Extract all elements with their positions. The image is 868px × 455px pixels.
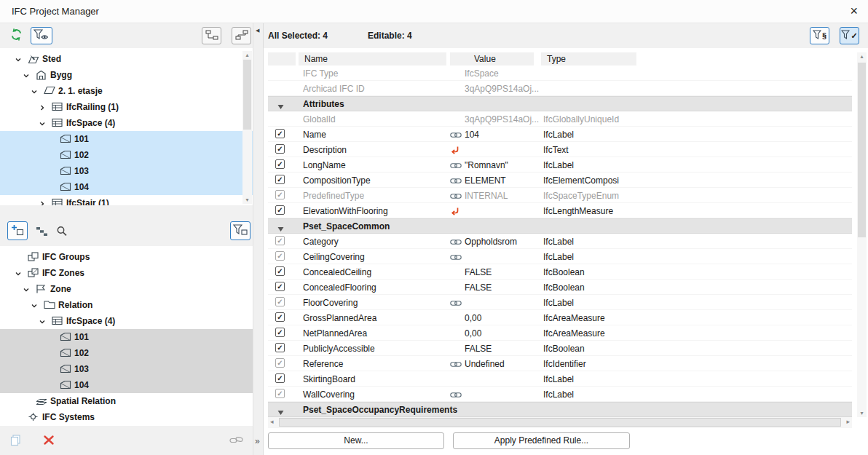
property-checkbox[interactable]: ✓ xyxy=(275,328,285,337)
property-checkbox[interactable]: ✓ xyxy=(275,266,285,276)
filter-checked-button[interactable]: ✓ xyxy=(840,27,859,44)
property-value[interactable]: 0,00 xyxy=(465,313,481,323)
property-checkbox[interactable]: ✓ xyxy=(275,129,285,138)
filter-visibility-button[interactable] xyxy=(31,27,52,44)
table-vertical-scrollbar[interactable]: ▴ ▾ xyxy=(857,52,867,417)
property-row[interactable]: ✓CompositionTypeELEMENTIfcElementComposi xyxy=(268,173,852,188)
tree-item-ifcrailing-1[interactable]: IfcRailing (1) xyxy=(0,99,253,115)
property-row[interactable]: ✓LongName"Romnavn"IfcLabel xyxy=(268,157,852,173)
property-row[interactable]: ✓DescriptionIfcText xyxy=(268,142,852,157)
scroll-down-icon[interactable]: ▾ xyxy=(857,410,867,416)
property-row[interactable]: GlobalId3qApQ9PS14aOj...IfcGloballyUniqu… xyxy=(268,111,852,127)
collapse-triangle-icon[interactable] xyxy=(277,102,284,112)
property-row[interactable]: ✓WallCoveringIfcLabel xyxy=(268,387,852,402)
property-value[interactable]: 104 xyxy=(465,130,479,140)
filter-scheme-button[interactable]: § xyxy=(810,27,829,44)
scroll-left-icon[interactable]: ◂ xyxy=(270,418,274,425)
property-checkbox[interactable]: ✓ xyxy=(275,343,285,352)
tree-item-104[interactable]: 104 xyxy=(0,179,253,195)
column-header-checkbox[interactable] xyxy=(268,52,296,66)
property-checkbox[interactable]: ✓ xyxy=(275,159,285,169)
property-row[interactable]: ✓ConcealedCeilingFALSEIfcBoolean xyxy=(268,264,852,280)
property-row[interactable]: ✓SkirtingBoardIfcLabel xyxy=(268,371,852,387)
property-row[interactable]: ✓ElevationWithFlooringIfcLengthMeasure xyxy=(268,203,852,218)
tree-item-101[interactable]: 101 xyxy=(0,329,253,345)
chevron-down-icon[interactable] xyxy=(23,285,30,293)
property-value[interactable]: INTERNAL xyxy=(465,191,508,201)
tree-by-type-button[interactable] xyxy=(232,27,251,44)
tree-item-spatial-relation[interactable]: Spatial Relation xyxy=(0,393,253,409)
chevron-right-icon[interactable] xyxy=(39,103,46,111)
property-row[interactable]: ✓CeilingCoveringIfcLabel xyxy=(268,249,852,264)
property-checkbox[interactable]: ✓ xyxy=(275,312,285,322)
tree-item-ifc-zones[interactable]: IFC Zones xyxy=(0,265,253,281)
scrollbar-thumb[interactable] xyxy=(279,418,841,427)
property-value[interactable]: 3qApQ9PS14aOj... xyxy=(465,84,539,94)
collapse-triangle-icon[interactable] xyxy=(277,224,284,234)
property-value[interactable]: IfcSpace xyxy=(465,68,499,79)
property-checkbox[interactable]: ✓ xyxy=(275,282,285,291)
tree-item-ifc-groups[interactable]: IFC Groups xyxy=(0,249,253,265)
property-value[interactable]: FALSE xyxy=(465,267,492,277)
scroll-right-icon[interactable]: ▸ xyxy=(846,418,850,425)
table-horizontal-scrollbar[interactable]: ◂ ▸ xyxy=(268,417,852,428)
tree-item-ifcstair-1[interactable]: IfcStair (1) xyxy=(0,195,253,205)
close-icon[interactable]: × xyxy=(850,3,858,19)
property-section-row[interactable]: Pset_SpaceCommon xyxy=(268,218,852,234)
property-row[interactable]: Archicad IFC ID3qApQ9PS14aOj... xyxy=(268,81,852,96)
property-value[interactable]: FALSE xyxy=(465,344,492,354)
new-rule-button[interactable] xyxy=(7,433,23,449)
tree-item-103[interactable]: 103 xyxy=(0,163,253,179)
column-header-type[interactable]: Type xyxy=(541,52,636,66)
scrollbar-thumb[interactable] xyxy=(858,63,866,237)
property-value[interactable]: ELEMENT xyxy=(465,175,506,186)
apply-predefined-rule-button[interactable]: Apply Predefined Rule... xyxy=(453,432,630,449)
property-row[interactable]: IFC TypeIfcSpace xyxy=(268,66,852,81)
scroll-down-icon[interactable]: ▾ xyxy=(242,197,252,203)
tree-item-102[interactable]: 102 xyxy=(0,345,253,361)
chevron-down-icon[interactable] xyxy=(31,87,38,95)
property-value[interactable]: "Romnavn" xyxy=(465,160,508,170)
tree-item-zone[interactable]: Zone xyxy=(0,281,253,297)
tree-item-ifc-systems[interactable]: IFC Systems xyxy=(0,409,253,425)
chevron-down-icon[interactable] xyxy=(23,71,30,79)
property-value[interactable]: 3qApQ9PS14aOj... xyxy=(465,114,539,124)
property-row[interactable]: ✓CategoryOppholdsromIfcLabel xyxy=(268,234,852,249)
tree-item-103[interactable]: 103 xyxy=(0,361,253,377)
collapse-triangle-icon[interactable] xyxy=(277,408,284,418)
property-checkbox[interactable]: ✓ xyxy=(275,175,285,184)
property-row[interactable]: ✓ReferenceUndefinedIfcIdentifier xyxy=(268,356,852,371)
property-checkbox[interactable]: ✓ xyxy=(275,205,285,215)
tree-item-ifcspace-4[interactable]: IfcSpace (4) xyxy=(0,115,253,131)
chevron-down-icon[interactable] xyxy=(39,317,46,325)
scroll-up-icon[interactable]: ▴ xyxy=(857,53,867,60)
tree-item-sted[interactable]: Sted xyxy=(0,51,253,67)
property-section-row[interactable]: Attributes xyxy=(268,96,852,111)
property-value[interactable]: FALSE xyxy=(465,282,492,293)
link-tool-button[interactable] xyxy=(228,435,244,448)
property-row[interactable]: ✓NetPlannedArea0,00IfcAreaMeasure xyxy=(268,325,852,341)
property-row[interactable]: ✓ConcealedFlooringFALSEIfcBoolean xyxy=(268,280,852,295)
property-row[interactable]: ✓PredefinedTypeINTERNALIfcSpaceTypeEnum xyxy=(268,188,852,203)
property-row[interactable]: ✓PubliclyAccessibleFALSEIfcBoolean xyxy=(268,341,852,356)
new-group-button[interactable] xyxy=(7,221,28,240)
hierarchy-button[interactable] xyxy=(33,224,50,240)
chevron-down-icon[interactable] xyxy=(15,269,22,277)
search-button[interactable] xyxy=(54,224,70,240)
refresh-button[interactable] xyxy=(7,27,25,44)
tree-item-101[interactable]: 101 xyxy=(0,131,253,147)
tree-item-2-1-etasje[interactable]: 2. 1. etasje xyxy=(0,83,253,99)
delete-button[interactable] xyxy=(41,434,57,448)
property-checkbox[interactable]: ✓ xyxy=(275,373,285,383)
property-row[interactable]: ✓FloorCoveringIfcLabel xyxy=(268,295,852,310)
assignment-filter-button[interactable] xyxy=(230,221,250,240)
property-row[interactable]: ✓Name104IfcLabel xyxy=(268,127,852,142)
tree-item-relation[interactable]: Relation xyxy=(0,297,253,313)
column-header-name[interactable]: Name xyxy=(299,52,446,66)
tree-item-ifcspace-4[interactable]: IfcSpace (4) xyxy=(0,313,253,329)
scrollbar-thumb[interactable] xyxy=(243,60,251,130)
chevron-down-icon[interactable] xyxy=(39,119,46,127)
chevron-right-icon[interactable] xyxy=(39,199,46,205)
tree-item-102[interactable]: 102 xyxy=(0,147,253,163)
tree-item-104[interactable]: 104 xyxy=(0,377,253,393)
